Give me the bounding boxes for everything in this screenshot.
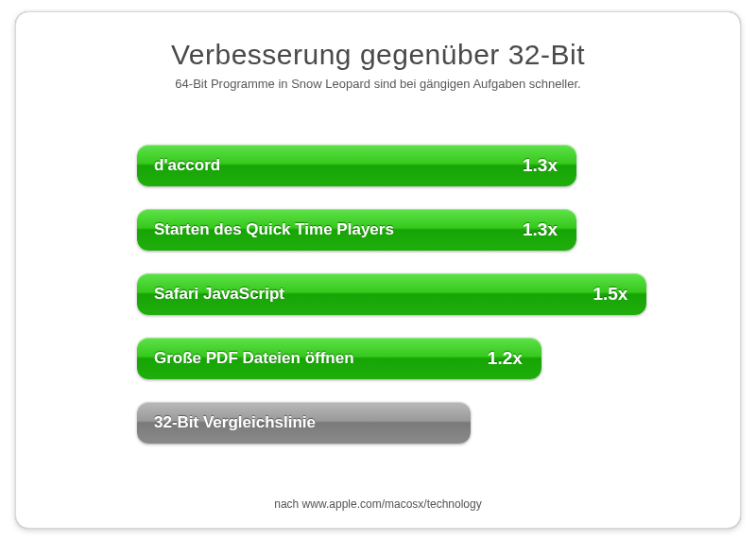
bar-daccord: d'accord 1.3x [137, 145, 576, 186]
bar-value: 1.5x [593, 284, 627, 305]
bar-label: d'accord [154, 156, 220, 175]
bar-open-large-pdf: Große PDF Dateien öffnen 1.2x [137, 338, 541, 379]
bar-container: d'accord 1.3x Starten des Quick Time Pla… [137, 145, 723, 466]
chart-source: nach www.apple.com/macosx/technology [16, 497, 740, 511]
bar-value: 1.3x [523, 219, 558, 240]
chart-subtitle: 64-Bit Programme in Snow Leopard sind be… [16, 77, 740, 91]
bar-label: Starten des Quick Time Players [154, 220, 394, 239]
bar-value: 1.2x [488, 348, 523, 369]
bar-label: Safari JavaScript [154, 285, 284, 304]
chart-card: Verbesserung gegenüber 32-Bit 64-Bit Pro… [15, 11, 741, 529]
bar-label: 32-Bit Vergleichslinie [154, 413, 316, 432]
bar-safari-javascript: Safari JavaScript 1.5x [137, 273, 646, 315]
bar-value: 1.3x [523, 155, 558, 176]
bar-label: Große PDF Dateien öffnen [154, 349, 354, 368]
bar-32bit-baseline: 32-Bit Vergleichslinie [137, 402, 471, 444]
chart-title: Verbesserung gegenüber 32-Bit [16, 39, 740, 71]
bar-quicktime-start: Starten des Quick Time Players 1.3x [137, 209, 576, 251]
